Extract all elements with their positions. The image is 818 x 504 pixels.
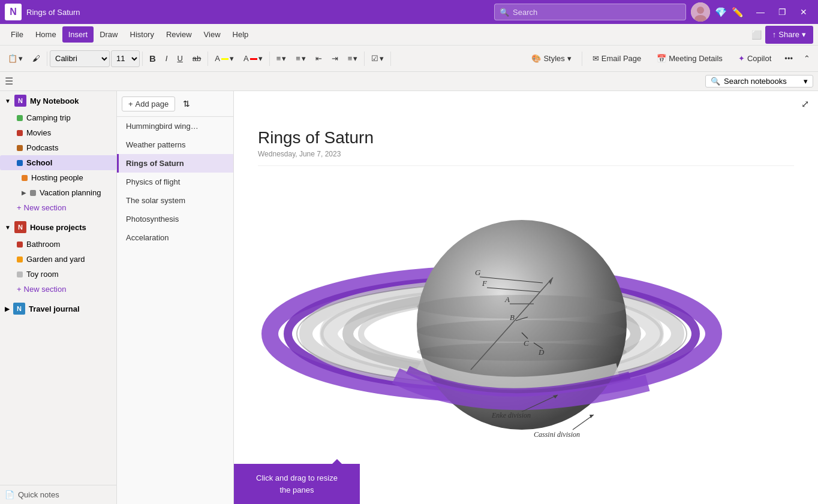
page-hummingbird[interactable]: Hummingbird wing… (117, 117, 233, 135)
note-content: Rings of Saturn Wednesday, June 7, 2023 (234, 116, 818, 504)
font-selector[interactable]: Calibri (50, 50, 110, 67)
menu-file[interactable]: File (5, 26, 29, 43)
section-label-school: School (26, 158, 52, 167)
share-button[interactable]: ↑ Share ▾ (765, 26, 813, 44)
format-painter-button[interactable]: 🖌 (28, 50, 44, 68)
svg-point-13 (417, 320, 627, 342)
font-color-button[interactable]: A ▾ (239, 50, 267, 68)
toolbar-separator-2 (142, 52, 143, 66)
paste-button[interactable]: 📋 ▾ (4, 50, 27, 68)
section-toy-room[interactable]: Toy room (0, 267, 116, 282)
page-rings-of-saturn[interactable]: Rings of Saturn (117, 154, 233, 173)
svg-marker-33 (590, 415, 594, 418)
menu-home[interactable]: Home (29, 26, 62, 43)
title-bar: N Rings of Saturn 🔍 Search 💎 ✏️ — ❐ ✕ (0, 0, 818, 24)
notebook-title-my-notebook: My Notebook (30, 96, 79, 105)
share-icon: ↑ (772, 30, 777, 39)
menu-draw[interactable]: Draw (94, 26, 124, 43)
page-weather[interactable]: Weather patterns (117, 135, 233, 154)
font-size-selector[interactable]: 11 (111, 50, 140, 67)
format-painter-icon: 🖌 (32, 54, 40, 63)
search-placeholder: Search (513, 8, 537, 17)
page-physics[interactable]: Physics of flight (117, 173, 233, 191)
calendar-icon: 📅 (657, 54, 666, 63)
section-movies[interactable]: Movies (0, 125, 116, 140)
email-page-button[interactable]: ✉ Email Page (586, 50, 648, 68)
notebook-expand-arrow: ▼ (5, 98, 11, 104)
page-solar-system[interactable]: The solar system (117, 191, 233, 210)
bullets-button[interactable]: ≡▾ (272, 50, 291, 68)
notebooks-search[interactable]: 🔍 Search notebooks ▾ (705, 75, 813, 87)
menu-review[interactable]: Review (160, 26, 198, 43)
new-section-plus-icon: + (17, 203, 22, 212)
window-title: Rings of Saturn (26, 8, 80, 17)
premium-icon[interactable]: 💎 (715, 7, 727, 18)
section-podcasts[interactable]: Podcasts (0, 140, 116, 155)
add-page-button[interactable]: + Add page (122, 96, 175, 111)
notebook-travel: ▶ N Travel journal (0, 299, 116, 318)
toolbar: 📋 ▾ 🖌 Calibri 11 B I U ab A ▾ A ▾ ≡▾ ≡▾ … (0, 46, 818, 72)
vacation-expand-arrow: ▶ (22, 189, 26, 196)
page-accelaration[interactable]: Accelaration (117, 228, 233, 247)
collapse-toolbar-button[interactable]: ⌃ (799, 50, 814, 68)
svg-text:D: D (538, 348, 545, 357)
highlight-button[interactable]: A ▾ (210, 50, 238, 68)
notebook-header-my-notebook[interactable]: ▼ N My Notebook (0, 91, 116, 110)
note-area: ⤢ Rings of Saturn Wednesday, June 7, 202… (234, 91, 818, 504)
quick-notes[interactable]: 📄 Quick notes (0, 485, 116, 504)
section-garden[interactable]: Garden and yard (0, 252, 116, 267)
font-color-arrow: ▾ (258, 54, 263, 63)
section-dot-bathroom (17, 242, 23, 248)
menu-view[interactable]: View (198, 26, 227, 43)
page-photosynthesis[interactable]: Photosynthesis (117, 210, 233, 228)
meeting-details-button[interactable]: 📅 Meeting Details (650, 50, 729, 68)
main-content: ▼ N My Notebook Camping trip Movies Podc… (0, 91, 818, 504)
new-section-house[interactable]: + New section (0, 282, 116, 297)
notebook-header-house[interactable]: ▼ N House projects (0, 218, 116, 237)
maximize-button[interactable]: ❐ (772, 4, 792, 20)
quick-notes-label: Quick notes (18, 490, 59, 499)
styles-button[interactable]: 🎨 Styles ▾ (525, 50, 578, 68)
minimize-button[interactable]: — (751, 4, 770, 20)
quick-notes-icon: 📄 (5, 490, 14, 499)
notebook-header-travel[interactable]: ▶ N Travel journal (0, 299, 116, 318)
underline-button[interactable]: U (173, 50, 187, 68)
copilot-button[interactable]: ✦ Copilot (732, 50, 778, 68)
pen-icon[interactable]: ✏️ (732, 7, 744, 18)
section-camping-trip[interactable]: Camping trip (0, 110, 116, 125)
alignment-button[interactable]: ≡▾ (344, 50, 362, 68)
bold-button[interactable]: B (145, 50, 160, 68)
section-label-hosting: Hosting people (31, 173, 83, 182)
italic-button[interactable]: I (161, 50, 172, 68)
sidebar: ▼ N My Notebook Camping trip Movies Podc… (0, 91, 117, 504)
section-dot-vacation (30, 190, 36, 196)
expand-ribbon-icon[interactable]: ⬜ (751, 30, 762, 40)
user-avatar[interactable] (691, 2, 710, 22)
increase-indent-button[interactable]: ⇥ (327, 50, 342, 68)
sort-pages-button[interactable]: ⇅ (179, 96, 194, 111)
menu-help[interactable]: Help (227, 26, 255, 43)
checkbox-button[interactable]: ☑▾ (367, 50, 388, 68)
toolbar-separator-3 (207, 52, 208, 66)
svg-point-12 (417, 295, 627, 319)
section-school[interactable]: School (0, 155, 116, 170)
strikethrough-button[interactable]: ab (188, 50, 205, 68)
svg-text:Enke division: Enke division (491, 411, 531, 420)
toolbar-separator-5 (364, 52, 365, 66)
title-search-bar[interactable]: 🔍 Search (494, 4, 686, 20)
menu-history[interactable]: History (124, 26, 160, 43)
svg-point-1 (697, 7, 704, 14)
new-section-my-notebook[interactable]: + New section (0, 200, 116, 215)
section-bathroom[interactable]: Bathroom (0, 237, 116, 252)
section-vacation-planning[interactable]: ▶ Vacation planning (0, 185, 116, 200)
numbering-button[interactable]: ≡▾ (291, 50, 310, 68)
more-options-button[interactable]: ••• (780, 50, 797, 68)
close-button[interactable]: ✕ (794, 4, 813, 20)
expand-note-button[interactable]: ⤢ (797, 95, 813, 113)
note-title[interactable]: Rings of Saturn (258, 128, 794, 147)
sidebar-collapse-button[interactable]: ☰ (5, 76, 13, 87)
section-label-camping: Camping trip (26, 113, 71, 122)
menu-insert[interactable]: Insert (62, 26, 94, 43)
decrease-indent-button[interactable]: ⇤ (311, 50, 326, 68)
section-hosting-people[interactable]: Hosting people (0, 170, 116, 185)
